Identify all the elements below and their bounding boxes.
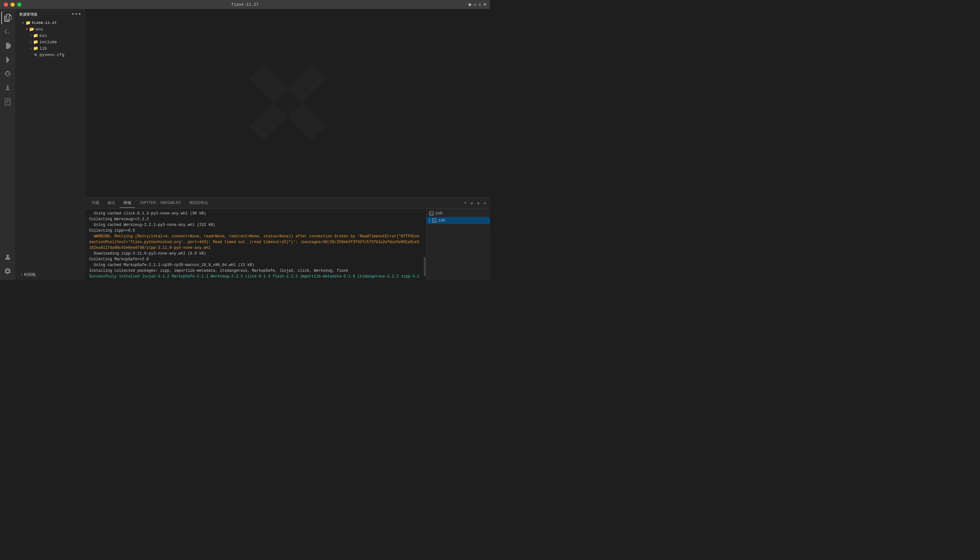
sidebar-header: 资源管理器 ••• [15, 9, 85, 20]
terminal-line: Using cached Werkzeug-2.2.2-py3-none-any… [89, 222, 419, 228]
tree-item-lib[interactable]: › 📁 lib [15, 45, 85, 52]
editor-area [85, 9, 490, 197]
activity-explorer[interactable] [1, 12, 14, 24]
activity-account[interactable] [1, 251, 14, 263]
tree-label-pyvenv: pyvenv.cfg [40, 52, 64, 57]
activity-notebook[interactable] [1, 95, 14, 108]
activity-extensions[interactable] [1, 67, 14, 80]
terminal-line-warning: WARNING: Retrying (Retry(total=4, connec… [89, 233, 419, 251]
activity-run-debug[interactable] [1, 53, 14, 66]
titlebar-right-icons: ▣ ▭ ▯ ⊞ [469, 2, 486, 7]
terminal-line-success: Successfully installed Jinja2-3.1.2 Mark… [89, 273, 419, 280]
file-tree: ▾ 📁 FLASK-11.27 ▾ 📂 env › 📁 bin › 📁 incl… [15, 20, 85, 270]
window-controls[interactable] [4, 3, 21, 7]
terminal-shell-list: zsh zsh [426, 209, 490, 280]
terminal-line: Using cached MarkupSafe-2.1.1-cp39-cp39-… [89, 262, 419, 268]
main-content: 问题 输出 终端 JUPYTER: VARIABLES 调试控制台 + ∨ ∧ … [85, 9, 490, 280]
tree-arrow-lib: › [28, 47, 33, 50]
folder-icon-flask: 📁 [25, 20, 30, 25]
terminal-tab-bar: 问题 输出 终端 JUPYTER: VARIABLES 调试控制台 + ∨ ∧ … [85, 198, 490, 209]
shell-label-2: zsh [438, 218, 446, 223]
sidebar-more-icon[interactable]: ••• [71, 12, 82, 17]
sidebar: 资源管理器 ••• ▾ 📁 FLASK-11.27 ▾ 📂 env › 📁 bi… [15, 9, 85, 280]
tree-item-env[interactable]: ▾ 📂 env [15, 26, 85, 32]
tree-item-pyvenv[interactable]: ⚙ pyvenv.cfg [15, 52, 85, 58]
tree-item-bin[interactable]: › 📁 bin [15, 32, 85, 39]
shell-item-1[interactable]: zsh [427, 210, 490, 217]
folder-icon-env: 📂 [29, 27, 34, 32]
activity-flask[interactable] [1, 82, 14, 94]
terminal-container: 问题 输出 终端 JUPYTER: VARIABLES 调试控制台 + ∨ ∧ … [85, 197, 490, 280]
tree-arrow-include: › [28, 40, 33, 44]
maximize-button[interactable] [17, 3, 21, 7]
terminal-close-icon[interactable]: ✕ [482, 200, 487, 207]
activity-bar [0, 9, 15, 280]
terminal-line: Collecting MarkupSafe>=2.0 [89, 257, 419, 262]
tab-terminal[interactable]: 终端 [120, 198, 135, 208]
folder-icon-lib: 📁 [33, 46, 38, 51]
main-layout: 资源管理器 ••• ▾ 📁 FLASK-11.27 ▾ 📂 env › 📁 bi… [0, 9, 490, 280]
terminal-line: Using cached click-8.1.3-py3-none-any.wh… [89, 211, 419, 217]
sidebar-footer: › 时间线 [15, 270, 85, 280]
timeline-label: 时间线 [24, 272, 36, 277]
shell-active-indicator [429, 218, 430, 223]
minimize-button[interactable] [10, 3, 15, 7]
tab-problems[interactable]: 问题 [88, 198, 103, 208]
svg-rect-5 [429, 212, 433, 215]
terminal-split-icon[interactable]: ∨ [469, 200, 474, 207]
terminal-line: Downloading zipp-3.11.0-py3-none-any.whl… [89, 251, 419, 257]
activity-search[interactable] [1, 25, 14, 38]
layout-icon-2[interactable]: ▭ [474, 2, 476, 7]
tree-arrow-timeline: › [19, 273, 24, 277]
tree-label-bin: bin [40, 33, 47, 38]
terminal-maximize-icon[interactable]: ∧ [476, 200, 481, 207]
layout-icon-1[interactable]: ▣ [469, 2, 471, 7]
tab-jupyter[interactable]: JUPYTER: VARIABLES [136, 199, 185, 207]
layout-icon-3[interactable]: ▯ [479, 2, 481, 7]
activity-bar-bottom [1, 251, 14, 280]
tree-label-lib: lib [40, 46, 47, 51]
tab-output[interactable]: 输出 [104, 198, 119, 208]
sidebar-title: 资源管理器 [19, 12, 38, 17]
terminal-controls: + ∨ ∧ ✕ [462, 200, 487, 207]
tree-arrow-env: ▾ [24, 27, 29, 31]
gear-file-icon: ⚙ [33, 52, 38, 57]
shell-label-1: zsh [436, 211, 442, 216]
tree-label-flask: FLASK-11.27 [32, 21, 57, 25]
terminal-line: Installing collected packages: zipp, imp… [89, 268, 419, 273]
folder-icon-include: 📁 [33, 40, 38, 45]
close-button[interactable] [4, 3, 8, 7]
titlebar: flask-11.27 ▣ ▭ ▯ ⊞ [0, 0, 490, 9]
tree-label-env: env [36, 27, 43, 32]
activity-settings[interactable] [1, 265, 14, 277]
svg-point-4 [7, 255, 9, 257]
activity-source-control[interactable] [1, 40, 14, 52]
vscode-watermark [240, 55, 336, 152]
terminal-body: Using cached click-8.1.3-py3-none-any.wh… [85, 209, 490, 280]
svg-rect-0 [5, 98, 10, 105]
terminal-line: Collecting zipp>=0.5 [89, 228, 419, 233]
folder-icon-bin: 📁 [33, 33, 38, 38]
tree-item-flask-root[interactable]: ▾ 📁 FLASK-11.27 [15, 20, 85, 26]
tree-arrow-bin: › [28, 34, 33, 38]
timeline-item[interactable]: › 时间线 [15, 271, 85, 279]
layout-icon-4[interactable]: ⊞ [484, 2, 486, 7]
tree-label-include: include [40, 40, 57, 45]
terminal-output[interactable]: Using cached click-8.1.3-py3-none-any.wh… [85, 209, 423, 280]
terminal-line: Collecting Werkzeug>=2.2.2 [89, 217, 419, 222]
terminal-add-icon[interactable]: + [462, 200, 468, 206]
tab-debug-console[interactable]: 调试控制台 [185, 198, 212, 208]
svg-rect-6 [432, 218, 436, 222]
terminal-scrollbar-thumb[interactable] [424, 257, 426, 276]
terminal-scrollbar[interactable] [423, 209, 426, 280]
window-title: flask-11.27 [232, 2, 259, 7]
shell-item-2[interactable]: zsh [427, 217, 490, 224]
tree-item-include[interactable]: › 📁 include [15, 39, 85, 45]
tree-arrow-flask: ▾ [20, 21, 25, 25]
